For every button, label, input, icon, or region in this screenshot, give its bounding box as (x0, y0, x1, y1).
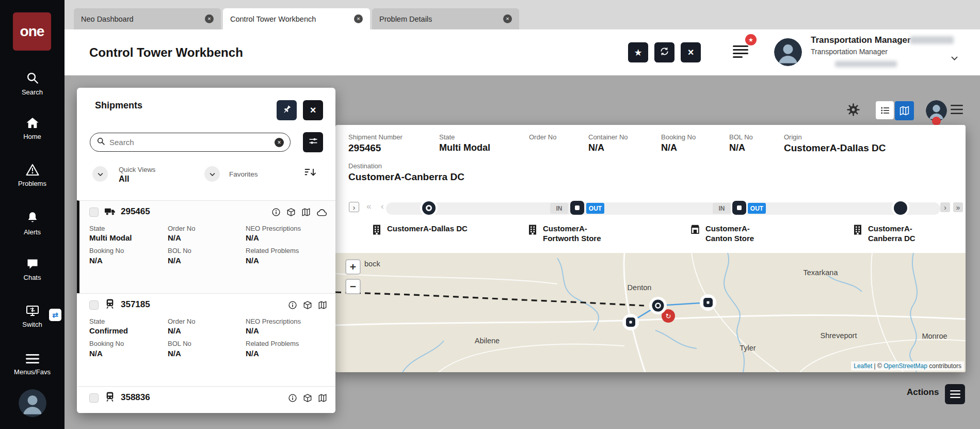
tab-strip: Neo Dashboard × Control Tower Workbench … (65, 0, 980, 29)
in-toggle[interactable]: IN (713, 203, 731, 214)
close-panel-button[interactable]: × (303, 100, 323, 120)
sidebar-avatar[interactable] (19, 389, 46, 417)
map-icon[interactable] (301, 208, 311, 219)
info-icon[interactable] (288, 393, 297, 405)
quick-views-value[interactable]: All (119, 174, 129, 184)
shipment-card[interactable]: 358836 (77, 386, 335, 413)
stop-square-marker[interactable] (622, 314, 639, 330)
stop-square-marker[interactable] (700, 294, 716, 311)
filter-button[interactable] (303, 132, 323, 152)
tab-label: Neo Dashboard (81, 15, 205, 23)
checkbox[interactable] (89, 393, 99, 403)
sidebar-item-problems[interactable]: Problems (0, 164, 65, 187)
switch-shortcut-badge[interactable]: ⇄ (49, 309, 61, 321)
refresh-button[interactable] (654, 42, 674, 62)
map-view-button[interactable] (895, 101, 914, 120)
timeline-prev-button[interactable]: ‹ (381, 201, 384, 212)
field-label: Order No (168, 317, 195, 325)
route-stop[interactable]: CustomerA-Fortworth Store (527, 224, 618, 244)
notifications-menu-button[interactable] (733, 45, 748, 60)
origin-stop-marker[interactable] (422, 201, 436, 215)
field-value: N/A (246, 256, 259, 265)
close-icon[interactable]: × (205, 14, 214, 23)
chevron-down-icon (97, 170, 104, 178)
detail-field: DestinationCustomerA-Canberra DC (348, 162, 464, 183)
field-value: N/A (246, 349, 259, 358)
close-icon[interactable]: × (503, 14, 512, 23)
timeline-last-button[interactable]: » (953, 202, 963, 212)
tab-neo-dashboard[interactable]: Neo Dashboard × (74, 8, 221, 29)
package-icon[interactable] (303, 393, 312, 405)
hamburger-icon (950, 390, 960, 399)
package-icon[interactable] (286, 208, 296, 219)
shipment-card[interactable]: 295465 State Multi Modal Order No N/A NE… (77, 200, 335, 293)
favorites-label: Favorites (229, 170, 258, 178)
current-position-marker[interactable] (649, 297, 667, 314)
package-icon[interactable] (303, 300, 312, 312)
timeline-next-button[interactable]: › (940, 202, 950, 212)
in-toggle[interactable]: IN (550, 203, 568, 214)
timeline-first-button[interactable]: « (366, 201, 371, 212)
checkbox[interactable] (89, 208, 99, 217)
map-icon[interactable] (318, 393, 327, 405)
close-icon[interactable]: × (354, 14, 363, 23)
sidebar-item-alerts[interactable]: Alerts (0, 211, 65, 236)
shipment-number: 295465 (121, 206, 150, 217)
route-map[interactable]: ↻ bock Denton Texarkana Abilene Tyler Sh… (335, 253, 966, 372)
settings-button[interactable] (846, 103, 860, 119)
pin-panel-button[interactable] (277, 100, 297, 120)
sidebar-item-home[interactable]: Home (0, 117, 65, 140)
zoom-in-button[interactable]: + (345, 259, 361, 275)
field-value: N/A (168, 256, 181, 265)
actions-menu-button[interactable] (945, 384, 965, 404)
map-icon[interactable] (318, 300, 327, 312)
panel-menu-button[interactable] (951, 104, 963, 117)
favorite-button[interactable]: ★ (628, 42, 648, 62)
favorites-dropdown[interactable] (204, 166, 220, 182)
quick-views-dropdown[interactable] (92, 166, 108, 182)
osm-link[interactable]: OpenStreetMap (883, 362, 927, 370)
stop-marker-knob[interactable] (570, 201, 584, 215)
out-toggle[interactable]: OUT (748, 203, 766, 214)
clear-search-icon[interactable]: × (275, 138, 284, 147)
redacted-text (835, 61, 897, 67)
leaflet-link[interactable]: Leaflet (854, 362, 872, 370)
list-view-button[interactable] (876, 101, 894, 119)
user-avatar[interactable] (774, 38, 802, 66)
field-label: State (89, 317, 105, 325)
zoom-out-button[interactable]: − (345, 279, 361, 294)
shipment-card[interactable]: 357185 State Confirmed Order No N/A NEO … (77, 293, 335, 386)
route-stop[interactable]: CustomerA-Canton Store (690, 224, 773, 244)
info-icon[interactable] (288, 300, 297, 312)
close-workbench-button[interactable]: × (681, 42, 701, 62)
field-value: Confirmed (89, 326, 128, 335)
shipments-title: Shipments (95, 100, 142, 111)
sidebar-item-search[interactable]: Search (0, 71, 65, 96)
close-icon: × (688, 46, 694, 58)
city-label: Abilene (475, 337, 500, 345)
out-toggle[interactable]: OUT (586, 203, 604, 214)
chat-icon (26, 263, 39, 272)
timeline-expand-button[interactable]: › (349, 202, 359, 212)
destination-stop-marker[interactable] (894, 201, 907, 215)
refresh-icon (659, 46, 670, 59)
user-menu-chevron[interactable] (950, 53, 959, 65)
route-stop[interactable]: CustomerA-Canberra DC (853, 224, 945, 244)
info-icon[interactable] (271, 208, 281, 219)
detail-field: Container NoN/A (588, 133, 628, 153)
sidebar-item-chats[interactable]: Chats (0, 258, 65, 281)
route-stop[interactable]: CustomerA-Dallas DC (372, 224, 480, 237)
stop-marker-knob-selected[interactable] (732, 201, 746, 215)
one-logo[interactable]: one (13, 12, 51, 51)
tab-problem-details[interactable]: Problem Details × (372, 8, 519, 29)
checkbox[interactable] (89, 300, 99, 310)
sort-button[interactable] (304, 166, 316, 181)
search-input[interactable] (109, 138, 270, 147)
search-icon (26, 77, 39, 86)
sort-icon (304, 166, 316, 179)
tab-control-tower-workbench[interactable]: Control Tower Workbench × (223, 8, 370, 29)
lines-icon (733, 45, 748, 58)
cloud-icon[interactable] (316, 208, 327, 219)
field-label: Order No (168, 225, 195, 232)
sidebar-item-menus-favs[interactable]: Menus/Favs (0, 353, 65, 376)
